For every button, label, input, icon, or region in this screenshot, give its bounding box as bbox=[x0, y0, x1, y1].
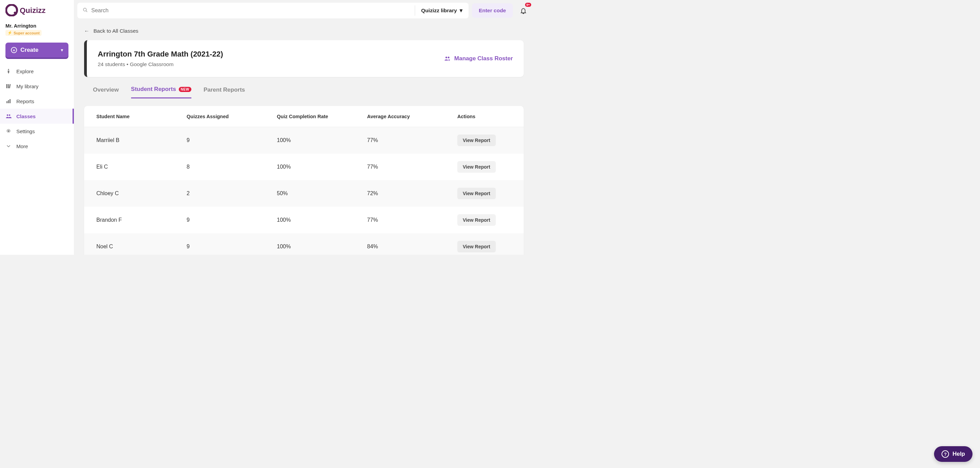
col-student-name: Student Name bbox=[96, 114, 186, 119]
view-report-button[interactable]: View Report bbox=[457, 135, 496, 146]
user-name: Mr. Arrington bbox=[5, 23, 68, 29]
topbar: Quizizz library ▾ Enter code 9+ bbox=[74, 0, 534, 21]
search-bar: Quizizz library ▾ bbox=[77, 3, 469, 18]
account-badge-label: Super account bbox=[14, 31, 40, 35]
sidebar-nav: Explore My library Reports Classes Setti… bbox=[0, 64, 74, 154]
view-report-button[interactable]: View Report bbox=[457, 241, 496, 252]
back-to-classes-link[interactable]: ← Back to All Classes bbox=[84, 28, 138, 34]
svg-point-14 bbox=[445, 57, 447, 58]
sidebar-item-settings[interactable]: Settings bbox=[0, 124, 74, 138]
brand-logo[interactable]: Quizizz bbox=[0, 4, 74, 22]
library-dropdown-label: Quizizz library bbox=[421, 8, 457, 14]
arrow-left-icon: ← bbox=[84, 28, 89, 34]
sidebar-item-label: Reports bbox=[16, 99, 34, 104]
bolt-icon: ⚡ bbox=[8, 31, 12, 35]
table-row: Marriiel B9100%77%View Report bbox=[84, 127, 524, 154]
cell-student-name: Noel C bbox=[96, 244, 186, 250]
notification-badge: 9+ bbox=[525, 3, 531, 7]
cell-completion: 100% bbox=[277, 244, 367, 250]
view-report-button[interactable]: View Report bbox=[457, 188, 496, 199]
student-reports-table: Student Name Quizzes Assigned Quiz Compl… bbox=[84, 106, 524, 255]
cell-accuracy: 77% bbox=[367, 137, 457, 143]
enter-code-button[interactable]: Enter code bbox=[472, 3, 513, 18]
tab-overview[interactable]: Overview bbox=[93, 83, 119, 99]
cell-student-name: Chloey C bbox=[96, 190, 186, 197]
sidebar-item-my-library[interactable]: My library bbox=[0, 79, 74, 94]
col-accuracy: Average Accuracy bbox=[367, 114, 457, 119]
manage-roster-label: Manage Class Roster bbox=[454, 55, 513, 62]
cell-actions: View Report bbox=[457, 135, 511, 146]
cell-accuracy: 84% bbox=[367, 244, 457, 250]
table-row: Brandon F9100%77%View Report bbox=[84, 207, 524, 233]
create-button-label: Create bbox=[21, 47, 38, 54]
search-icon bbox=[83, 8, 88, 14]
content: ← Back to All Classes Arrington 7th Grad… bbox=[74, 21, 534, 255]
chevron-down-icon: ▾ bbox=[61, 48, 63, 53]
svg-rect-8 bbox=[10, 99, 11, 103]
class-title: Arrington 7th Grade Math (2021-22) bbox=[98, 50, 223, 59]
table-row: Chloey C250%72%View Report bbox=[84, 180, 524, 207]
cell-completion: 100% bbox=[277, 217, 367, 223]
library-dropdown[interactable]: Quizizz library ▾ bbox=[415, 5, 469, 16]
manage-roster-button[interactable]: Manage Class Roster bbox=[444, 55, 513, 62]
cell-accuracy: 72% bbox=[367, 190, 457, 197]
svg-point-12 bbox=[83, 8, 86, 11]
cell-student-name: Eli C bbox=[96, 164, 186, 170]
cell-assigned: 2 bbox=[186, 190, 277, 197]
tab-student-reports[interactable]: Student Reports NEW bbox=[131, 83, 191, 99]
sidebar-item-classes[interactable]: Classes bbox=[0, 109, 74, 124]
sidebar-item-label: Explore bbox=[16, 68, 34, 74]
new-badge: NEW bbox=[179, 87, 191, 92]
user-block: Mr. Arrington ⚡ Super account bbox=[0, 22, 74, 41]
svg-rect-5 bbox=[9, 84, 11, 88]
chart-icon bbox=[5, 98, 11, 104]
sidebar: Quizizz Mr. Arrington ⚡ Super account + … bbox=[0, 0, 74, 255]
table-row: Noel C9100%84%View Report bbox=[84, 233, 524, 255]
table-row: Eli C8100%77%View Report bbox=[84, 154, 524, 180]
tab-label: Student Reports bbox=[131, 86, 176, 92]
class-header-card: Arrington 7th Grade Math (2021-22) 24 st… bbox=[84, 40, 524, 77]
sidebar-item-more[interactable]: More bbox=[0, 138, 74, 154]
cell-assigned: 8 bbox=[186, 164, 277, 170]
svg-point-16 bbox=[449, 60, 449, 60]
sidebar-item-explore[interactable]: Explore bbox=[0, 64, 74, 79]
view-report-button[interactable]: View Report bbox=[457, 214, 496, 226]
main: Quizizz library ▾ Enter code 9+ ← Back t… bbox=[74, 0, 534, 255]
svg-point-11 bbox=[8, 131, 10, 132]
sidebar-item-reports[interactable]: Reports bbox=[0, 94, 74, 109]
search-input[interactable] bbox=[91, 8, 415, 14]
tabs: Overview Student Reports NEW Parent Repo… bbox=[84, 83, 524, 99]
bell-icon bbox=[520, 7, 527, 14]
gear-icon bbox=[5, 128, 11, 134]
people-icon bbox=[5, 113, 11, 119]
cell-accuracy: 77% bbox=[367, 164, 457, 170]
view-report-button[interactable]: View Report bbox=[457, 161, 496, 173]
svg-line-13 bbox=[86, 11, 87, 12]
cell-completion: 100% bbox=[277, 164, 367, 170]
users-cog-icon bbox=[444, 55, 451, 62]
cell-completion: 50% bbox=[277, 190, 367, 197]
svg-point-15 bbox=[448, 57, 449, 58]
sidebar-item-label: More bbox=[16, 143, 28, 149]
cell-assigned: 9 bbox=[186, 137, 277, 143]
cell-actions: View Report bbox=[457, 214, 511, 226]
cell-actions: View Report bbox=[457, 161, 511, 173]
svg-rect-7 bbox=[8, 100, 9, 103]
create-button[interactable]: + Create ▾ bbox=[5, 43, 68, 57]
col-completion-rate: Quiz Completion Rate bbox=[277, 114, 367, 119]
chevron-down-icon bbox=[5, 143, 11, 149]
cell-accuracy: 77% bbox=[367, 217, 457, 223]
notifications-button[interactable]: 9+ bbox=[516, 3, 531, 18]
svg-rect-4 bbox=[8, 84, 9, 88]
cell-completion: 100% bbox=[277, 137, 367, 143]
cell-assigned: 9 bbox=[186, 244, 277, 250]
svg-point-9 bbox=[7, 115, 8, 116]
cell-student-name: Brandon F bbox=[96, 217, 186, 223]
back-link-label: Back to All Classes bbox=[94, 28, 138, 34]
col-actions: Actions bbox=[457, 114, 511, 119]
svg-point-10 bbox=[9, 115, 11, 116]
cell-actions: View Report bbox=[457, 188, 511, 199]
table-header: Student Name Quizzes Assigned Quiz Compl… bbox=[84, 106, 524, 127]
tab-parent-reports[interactable]: Parent Reports bbox=[204, 83, 245, 99]
sidebar-item-label: Classes bbox=[16, 113, 36, 119]
